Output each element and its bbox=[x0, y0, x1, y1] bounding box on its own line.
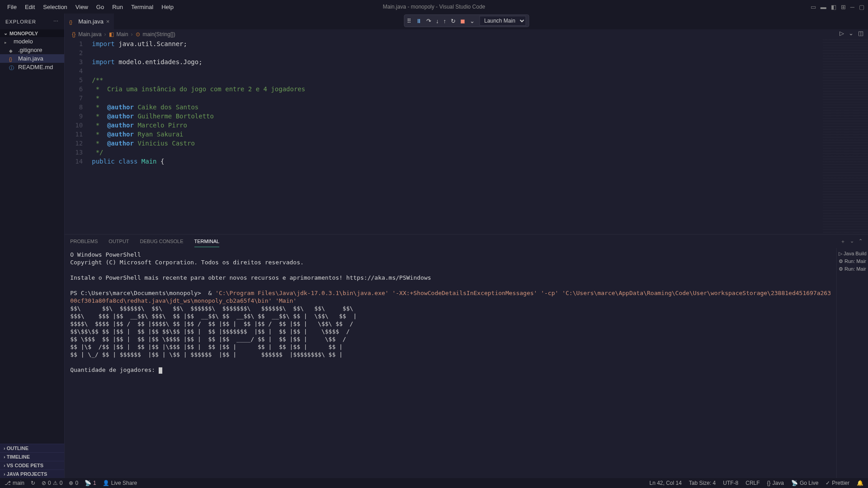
step-out-icon[interactable]: ↑ bbox=[443, 18, 447, 24]
encoding[interactable]: UTF-8 bbox=[723, 480, 738, 486]
editor-group: ▷ ⌄ ◫ Main.java× ⠿ ⏸ ↷ ↓ ↑ ↻ ◼ ⌄ Launch … bbox=[65, 14, 868, 478]
chevron-down-icon: ⌄ bbox=[4, 30, 8, 36]
file-label: Main.java bbox=[18, 55, 43, 62]
project-root[interactable]: ⌄ MONOPOLY bbox=[0, 29, 64, 37]
stop-dropdown-icon[interactable]: ⌄ bbox=[470, 18, 475, 24]
maximize-panel-icon[interactable]: ⌃ bbox=[859, 238, 863, 245]
radio-indicator[interactable]: 📡 1 bbox=[85, 480, 96, 486]
folder-icon bbox=[5, 38, 11, 45]
menu-file[interactable]: File bbox=[4, 2, 20, 12]
menu-view[interactable]: View bbox=[72, 2, 92, 12]
branch-indicator[interactable]: ⎇ main bbox=[5, 480, 24, 486]
menu-edit[interactable]: Edit bbox=[21, 2, 38, 12]
window-title: Main.java - monopoly - Visual Studio Cod… bbox=[383, 4, 486, 10]
menu-go[interactable]: Go bbox=[93, 2, 108, 12]
file-label: modelo bbox=[14, 38, 33, 45]
new-terminal-icon[interactable]: ＋ bbox=[840, 238, 845, 245]
cursor-position[interactable]: Ln 42, Col 14 bbox=[649, 480, 681, 486]
liveshare-button[interactable]: 👤 Live Share bbox=[103, 480, 137, 486]
terminal[interactable]: O Windows PowerShell Copyright (C) Micro… bbox=[65, 248, 836, 478]
menu-run[interactable]: Run bbox=[108, 2, 127, 12]
git-icon bbox=[9, 47, 15, 53]
maximize-icon[interactable]: ▢ bbox=[859, 4, 864, 10]
split-icon[interactable]: ◫ bbox=[858, 30, 863, 37]
section-java-projects[interactable]: JAVA PROJECTS bbox=[0, 469, 64, 478]
menu-help[interactable]: Help bbox=[158, 2, 177, 12]
panel-tab-terminal[interactable]: TERMINAL bbox=[194, 236, 220, 247]
panel-tabs: PROBLEMSOUTPUTDEBUG CONSOLETERMINAL ＋ ⌄ … bbox=[65, 235, 868, 248]
breadcrumb-item[interactable]: main(String[]) bbox=[143, 31, 175, 38]
ports-indicator[interactable]: ⊕ 0 bbox=[69, 480, 78, 486]
title-controls: ▭ ▬ ◧ ⊞ ─ ▢ bbox=[811, 4, 864, 10]
notifications-icon[interactable]: 🔔 bbox=[857, 480, 863, 486]
eol[interactable]: CRLF bbox=[745, 480, 760, 486]
status-bar: ⎇ main ↻ ⊘ 0 ⚠ 0 ⊕ 0 📡 1 👤 Live Share Ln… bbox=[0, 478, 868, 488]
panel-tab-debug-console[interactable]: DEBUG CONSOLE bbox=[140, 236, 184, 247]
panel-icon[interactable]: ▬ bbox=[821, 4, 826, 10]
minimap[interactable] bbox=[823, 39, 868, 234]
close-icon[interactable]: × bbox=[106, 18, 110, 25]
explorer-header: EXPLORER ⋯ bbox=[0, 14, 64, 29]
run-dropdown-icon[interactable]: ⌄ bbox=[849, 30, 854, 37]
file-label: README.md bbox=[18, 64, 53, 70]
terminal-instance[interactable]: ▷ Java Build bbox=[839, 250, 866, 258]
tab-Main.java[interactable]: Main.java× bbox=[65, 14, 114, 29]
terminal-instance[interactable]: ⚙ Run: Main bbox=[839, 258, 866, 265]
title-bar: FileEditSelectionViewGoRunTerminalHelp M… bbox=[0, 0, 868, 14]
tab-size[interactable]: Tab Size: 4 bbox=[689, 480, 716, 486]
root-label: MONOPOLY bbox=[9, 31, 38, 36]
bottom-panel: PROBLEMSOUTPUTDEBUG CONSOLETERMINAL ＋ ⌄ … bbox=[65, 234, 868, 478]
breadcrumb[interactable]: {}Main.java›◧Main›⊙main(String[]) bbox=[65, 29, 868, 39]
language-mode[interactable]: {} Java bbox=[767, 480, 784, 486]
debug-config-select[interactable]: Launch Main bbox=[479, 16, 526, 26]
breadcrumb-item[interactable]: Main bbox=[117, 31, 128, 38]
pause-icon[interactable]: ⏸ bbox=[416, 18, 422, 24]
drag-icon[interactable]: ⠿ bbox=[407, 18, 411, 24]
file--gitignore[interactable]: .gitignore bbox=[0, 46, 64, 54]
file-tree: modelo.gitignoreMain.javaREADME.md bbox=[0, 37, 64, 444]
breadcrumb-item[interactable]: Main.java bbox=[78, 31, 101, 38]
java-icon bbox=[69, 19, 75, 25]
explorer-title: EXPLORER bbox=[5, 19, 36, 24]
java-icon bbox=[9, 56, 15, 62]
errors-indicator[interactable]: ⊘ 0 ⚠ 0 bbox=[42, 480, 62, 486]
section-outline[interactable]: OUTLINE bbox=[0, 444, 64, 452]
file-modelo[interactable]: modelo bbox=[0, 37, 64, 46]
layout-icon[interactable]: ▭ bbox=[811, 4, 816, 10]
explorer-sidebar: EXPLORER ⋯ ⌄ MONOPOLY modelo.gitignoreMa… bbox=[0, 14, 65, 478]
step-over-icon[interactable]: ↷ bbox=[426, 18, 431, 24]
sidebar-icon[interactable]: ◧ bbox=[831, 4, 836, 10]
prettier-button[interactable]: ✓ Prettier bbox=[826, 480, 849, 486]
panel-tab-output[interactable]: OUTPUT bbox=[108, 236, 129, 247]
section-vs-code-pets[interactable]: VS CODE PETS bbox=[0, 461, 64, 469]
debug-toolbar: ⠿ ⏸ ↷ ↓ ↑ ↻ ◼ ⌄ Launch Main bbox=[404, 14, 529, 27]
file-Main-java[interactable]: Main.java bbox=[0, 54, 64, 63]
stop-icon[interactable]: ◼ bbox=[460, 18, 465, 24]
md-icon bbox=[9, 64, 15, 70]
run-icon[interactable]: ▷ bbox=[840, 30, 844, 37]
section-timeline[interactable]: TIMELINE bbox=[0, 452, 64, 461]
menu-terminal[interactable]: Terminal bbox=[127, 2, 157, 12]
restart-icon[interactable]: ↻ bbox=[451, 18, 456, 24]
step-into-icon[interactable]: ↓ bbox=[436, 18, 439, 24]
terminal-dropdown-icon[interactable]: ⌄ bbox=[850, 238, 854, 245]
file-README-md[interactable]: README.md bbox=[0, 63, 64, 71]
menu-bar: FileEditSelectionViewGoRunTerminalHelp bbox=[4, 2, 177, 12]
panel-tab-problems[interactable]: PROBLEMS bbox=[70, 236, 98, 247]
terminal-instance[interactable]: ⚙ Run: Main bbox=[839, 265, 866, 273]
tab-label: Main.java bbox=[78, 18, 104, 25]
file-label: .gitignore bbox=[18, 47, 42, 53]
code-editor[interactable]: 1234567891011121314 import java.util.Sca… bbox=[65, 39, 868, 234]
customize-icon[interactable]: ⊞ bbox=[841, 4, 846, 10]
minimize-icon[interactable]: ─ bbox=[850, 4, 854, 10]
sync-icon[interactable]: ↻ bbox=[31, 480, 35, 486]
terminal-list: ▷ Java Build⚙ Run: Main⚙ Run: Main bbox=[836, 248, 868, 478]
menu-selection[interactable]: Selection bbox=[39, 2, 71, 12]
go-live-button[interactable]: 📡 Go Live bbox=[791, 480, 818, 486]
explorer-more-icon[interactable]: ⋯ bbox=[53, 19, 59, 24]
